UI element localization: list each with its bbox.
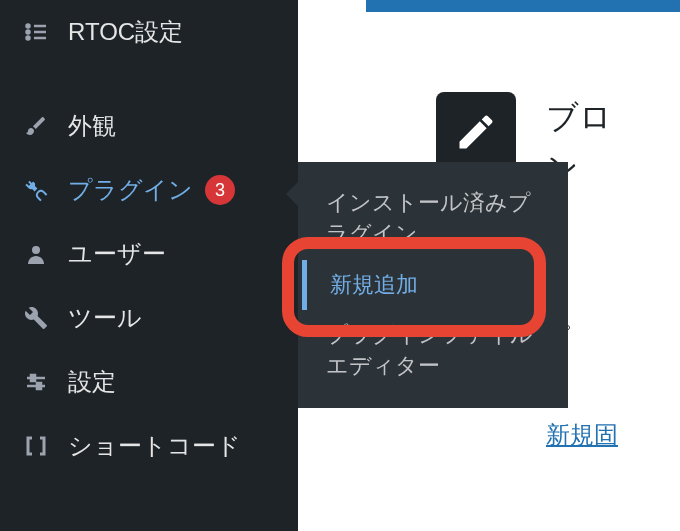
- sidebar-item-label: ツール: [68, 302, 142, 334]
- user-icon: [20, 238, 52, 270]
- svg-rect-8: [31, 375, 35, 381]
- accent-bar: [366, 0, 680, 12]
- title-fragment: ブロ: [546, 92, 618, 143]
- sidebar-item-users[interactable]: ユーザー: [0, 222, 298, 286]
- sidebar-item-shortcode[interactable]: ショートコード: [0, 414, 298, 478]
- sidebar-item-label: 設定: [68, 366, 116, 398]
- svg-rect-10: [37, 383, 41, 389]
- sidebar-item-label: RTOC設定: [68, 16, 183, 48]
- sliders-icon: [20, 366, 52, 398]
- sidebar-item-label: 外観: [68, 110, 116, 142]
- sidebar-item-label: ショートコード: [68, 430, 241, 462]
- svg-point-0: [27, 25, 30, 28]
- submenu-item-editor[interactable]: プラグインファイルエディター: [298, 310, 568, 392]
- plug-icon: [20, 174, 52, 206]
- svg-point-4: [27, 37, 30, 40]
- sidebar-item-tools[interactable]: ツール: [0, 286, 298, 350]
- svg-point-6: [32, 246, 40, 254]
- sidebar-item-label: ユーザー: [68, 238, 166, 270]
- brush-icon: [20, 110, 52, 142]
- sidebar-item-settings[interactable]: 設定: [0, 350, 298, 414]
- submenu-item-installed[interactable]: インストール済みプラグイン: [298, 178, 568, 260]
- brackets-icon: [20, 430, 52, 462]
- sidebar-item-rtoc[interactable]: RTOC設定: [0, 0, 298, 64]
- admin-sidebar: RTOC設定 外観 プラグイン 3 ユーザー ツール 設定 シ: [0, 0, 298, 531]
- update-badge: 3: [205, 175, 235, 205]
- edit-icon: [436, 92, 516, 172]
- list-icon: [20, 16, 52, 48]
- submenu-item-add-new[interactable]: 新規追加: [302, 260, 568, 311]
- plugins-submenu: インストール済みプラグイン 新規追加 プラグインファイルエディター: [298, 162, 568, 408]
- sidebar-item-plugins[interactable]: プラグイン 3: [0, 158, 298, 222]
- sidebar-item-appearance[interactable]: 外観: [0, 94, 298, 158]
- svg-point-2: [27, 31, 30, 34]
- content-link[interactable]: 新規固: [546, 416, 618, 454]
- wrench-icon: [20, 302, 52, 334]
- sidebar-item-label: プラグイン: [68, 174, 193, 206]
